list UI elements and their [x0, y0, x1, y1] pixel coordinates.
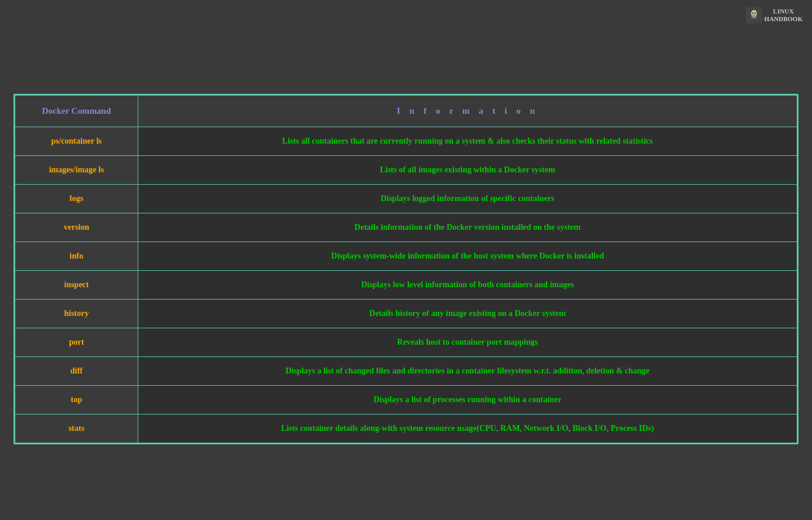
info-cell: Displays low level information of both c… [138, 270, 797, 299]
header-command-col: Docker Command [15, 95, 138, 127]
info-cell: Details information of the Docker versio… [138, 213, 797, 242]
table-row: diffDisplays a list of changed files and… [15, 356, 797, 385]
info-cell: Lists of all images existing within a Do… [138, 155, 797, 184]
table-row: infoDisplays system-wide information of … [15, 242, 797, 270]
table-header-row: Docker Command I n f o r m a t i o n [15, 95, 797, 127]
info-cell: Displays system-wide information of the … [138, 242, 797, 270]
logo-area: LINUX HANDBOOK [746, 7, 803, 23]
table-row: versionDetails information of the Docker… [15, 213, 797, 242]
linux-handbook-icon [746, 7, 762, 23]
svg-point-2 [752, 12, 753, 13]
table-row: statsLists container details along-with … [15, 414, 797, 443]
svg-point-3 [754, 12, 755, 13]
table-row: inspectDisplays low level information of… [15, 270, 797, 299]
info-cell: Displays a list of processes running wit… [138, 385, 797, 414]
info-cell: Lists container details along-with syste… [138, 414, 797, 443]
table-row: ps/container lsLists all containers that… [15, 127, 797, 155]
command-cell: version [15, 213, 138, 242]
table-row: portReveals host to container port mappi… [15, 328, 797, 356]
command-cell: info [15, 242, 138, 270]
info-cell: Displays a list of changed files and dir… [138, 356, 797, 385]
command-cell: ps/container ls [15, 127, 138, 155]
table-row: topDisplays a list of processes running … [15, 385, 797, 414]
command-cell: top [15, 385, 138, 414]
header-info-col: I n f o r m a t i o n [138, 95, 797, 127]
docker-commands-table: Docker Command I n f o r m a t i o n ps/… [15, 95, 797, 443]
table-row: historyDetails history of any image exis… [15, 299, 797, 328]
svg-point-1 [751, 10, 757, 17]
info-cell: Displays logged information of specific … [138, 184, 797, 213]
command-cell: inspect [15, 270, 138, 299]
command-cell: images/image ls [15, 155, 138, 184]
command-cell: logs [15, 184, 138, 213]
command-cell: history [15, 299, 138, 328]
info-cell: Lists all containers that are currently … [138, 127, 797, 155]
table-row: images/image lsLists of all images exist… [15, 155, 797, 184]
info-cell: Details history of any image existing on… [138, 299, 797, 328]
command-cell: stats [15, 414, 138, 443]
logo-text: LINUX HANDBOOK [765, 8, 803, 23]
command-cell: port [15, 328, 138, 356]
docker-commands-table-wrapper: Docker Command I n f o r m a t i o n ps/… [13, 94, 799, 444]
table-row: logsDisplays logged information of speci… [15, 184, 797, 213]
info-cell: Reveals host to container port mappings [138, 328, 797, 356]
command-cell: diff [15, 356, 138, 385]
